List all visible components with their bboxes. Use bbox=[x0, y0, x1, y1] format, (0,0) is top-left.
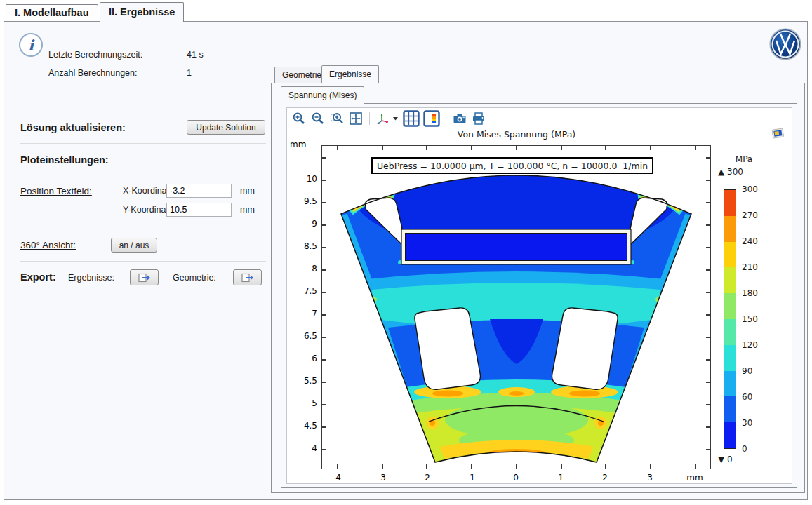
x-tick bbox=[650, 146, 651, 150]
snapshot-icon[interactable] bbox=[452, 111, 467, 126]
computation-count-label: Anzahl Berechnungen: bbox=[48, 68, 137, 78]
y-tick bbox=[706, 426, 710, 428]
colorbar-band bbox=[724, 345, 736, 371]
view-orientation-icon[interactable] bbox=[375, 111, 399, 126]
y-coordinate-input[interactable] bbox=[166, 203, 232, 217]
divider bbox=[20, 261, 266, 262]
y-tick-label: 4.5 bbox=[291, 421, 317, 431]
plot-title: Von Mises Spannung (MPa) bbox=[376, 129, 657, 140]
grid-icon[interactable] bbox=[403, 110, 420, 127]
info-icon: i bbox=[19, 33, 43, 57]
colorbar-tick-label: 60 bbox=[742, 392, 752, 402]
x-tick-label: -1 bbox=[457, 473, 485, 483]
toolbar-separator bbox=[369, 112, 370, 125]
y-tick bbox=[706, 337, 710, 338]
tab-spannung-mises[interactable]: Spannung (Mises) bbox=[281, 86, 364, 104]
text-position-label: Position Textfeld: bbox=[20, 186, 92, 196]
y-tick bbox=[706, 247, 710, 248]
y-tick bbox=[322, 314, 326, 316]
x-tick bbox=[605, 464, 606, 469]
zoom-extents-icon[interactable] bbox=[348, 111, 364, 126]
x-tick bbox=[382, 464, 383, 469]
x-coordinate-unit: mm bbox=[240, 186, 255, 196]
open-plot-window-icon[interactable] bbox=[771, 128, 785, 143]
tab-ergebnisse[interactable]: II. Ergebnisse bbox=[100, 2, 184, 22]
colorbar-tick-label: 300 bbox=[742, 184, 758, 194]
x-tick-label: 2 bbox=[591, 473, 619, 483]
y-tick bbox=[706, 202, 710, 203]
export-results-label: Ergebnisse: bbox=[68, 273, 114, 283]
tab-modellaufbau[interactable]: I. Modellaufbau bbox=[6, 4, 98, 22]
update-solution-label: Lösung aktualisieren: bbox=[20, 122, 126, 133]
y-tick bbox=[706, 404, 710, 405]
x-tick bbox=[605, 146, 606, 150]
graphics-toolbar bbox=[291, 109, 486, 128]
y-tick bbox=[322, 449, 326, 450]
x-tick bbox=[337, 464, 338, 469]
y-tick-label: 5 bbox=[291, 398, 317, 408]
plot-panel: Von Mises Spannung (MPa) mm bbox=[281, 103, 797, 488]
colorbar-band bbox=[724, 319, 736, 345]
x-tick bbox=[561, 464, 562, 469]
x-tick bbox=[471, 146, 472, 150]
toolbar-separator bbox=[446, 112, 446, 125]
zoom-in-icon[interactable] bbox=[291, 111, 307, 126]
x-tick bbox=[426, 146, 427, 150]
y-tick bbox=[322, 269, 326, 271]
colorbar-band bbox=[724, 396, 736, 422]
colorbar-tick-label: 150 bbox=[742, 314, 758, 324]
colorbar-band bbox=[724, 190, 736, 216]
zoom-out-icon[interactable] bbox=[310, 111, 326, 126]
colorbar-band bbox=[724, 267, 736, 293]
x-tick-label: -2 bbox=[412, 473, 440, 483]
x-coordinate-input[interactable] bbox=[166, 184, 232, 198]
x-tick bbox=[516, 146, 517, 150]
graphics-window[interactable]: Von Mises Spannung (MPa) mm bbox=[286, 107, 792, 484]
y-tick bbox=[322, 292, 326, 293]
tab-ergebnisse-plot[interactable]: Ergebnisse bbox=[321, 65, 379, 83]
colorbar bbox=[724, 189, 736, 449]
x-tick bbox=[561, 146, 562, 150]
y-tick bbox=[322, 180, 326, 181]
x-tick-label: 1 bbox=[547, 473, 575, 483]
y-tick bbox=[706, 269, 710, 271]
colorbar-tick-label: 120 bbox=[742, 340, 758, 350]
colorbar-band bbox=[724, 371, 736, 397]
colorbar-tick-label: 210 bbox=[742, 262, 758, 272]
colorbar-band bbox=[724, 216, 736, 242]
y-tick bbox=[322, 359, 326, 361]
y-tick bbox=[706, 314, 710, 316]
results-panel: Spannung (Mises) bbox=[271, 83, 805, 493]
view-360-toggle-button[interactable]: an / aus bbox=[111, 238, 157, 252]
y-tick bbox=[322, 247, 326, 248]
color-legend-icon[interactable] bbox=[423, 110, 440, 127]
colorbar-tick-label: 90 bbox=[742, 366, 752, 376]
divider bbox=[20, 143, 266, 144]
print-icon[interactable] bbox=[471, 111, 486, 126]
x-tick-label: 0 bbox=[502, 473, 530, 483]
y-tick bbox=[706, 449, 710, 450]
y-tick-label: 7.5 bbox=[291, 286, 317, 296]
colorbar-max-marker: ▲ 300 bbox=[718, 167, 743, 177]
colorbar-band bbox=[724, 293, 736, 319]
y-tick-label: 8 bbox=[291, 264, 317, 274]
update-solution-button[interactable]: Update Solution bbox=[187, 120, 265, 135]
last-computation-label: Letzte Berechnungszeit: bbox=[48, 50, 142, 60]
x-tick bbox=[426, 464, 427, 469]
y-tick-label: 6.5 bbox=[291, 331, 317, 341]
export-results-button[interactable] bbox=[130, 269, 159, 285]
page-content: i Letzte Berechnungszeit: 41 s Anzahl Be… bbox=[4, 21, 808, 500]
y-axis-unit: mm bbox=[290, 140, 306, 149]
y-tick-label: 5.5 bbox=[291, 376, 317, 386]
colorbar-tick-label: 180 bbox=[742, 288, 758, 298]
y-tick-label: 8.5 bbox=[291, 241, 317, 251]
zoom-box-icon[interactable] bbox=[329, 111, 345, 126]
y-tick-label: 6 bbox=[291, 354, 317, 363]
x-tick bbox=[382, 146, 383, 150]
export-geometry-button[interactable] bbox=[233, 269, 262, 285]
x-tick bbox=[695, 146, 696, 150]
x-tick-label: 3 bbox=[636, 473, 664, 483]
x-tick bbox=[650, 464, 651, 469]
x-tick-label: -4 bbox=[323, 473, 351, 483]
colorbar-tick-label: 0 bbox=[742, 444, 747, 454]
